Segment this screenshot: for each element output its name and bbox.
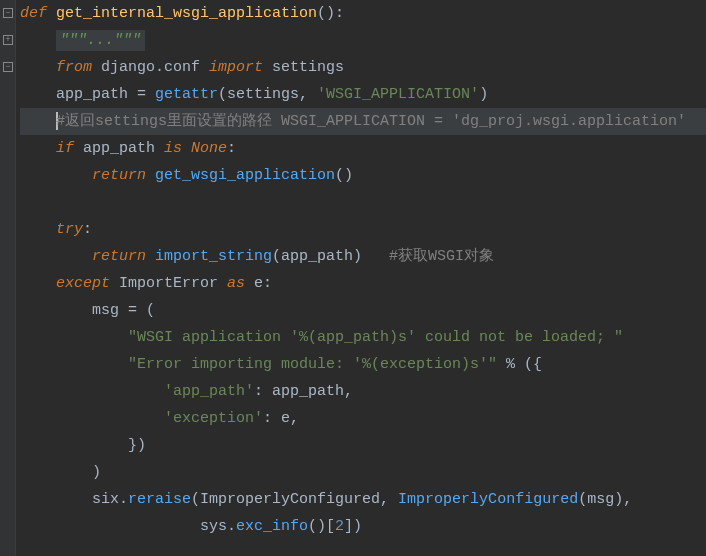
bracket: ()[ <box>308 518 335 535</box>
keyword-if: if <box>56 140 74 157</box>
close: ]) <box>344 518 362 535</box>
variable: msg <box>92 302 128 319</box>
code-line[interactable]: return import_string(app_path) #获取WSGI对象 <box>20 243 706 270</box>
string-literal: 'WSGI_APPLICATION' <box>317 86 479 103</box>
keyword-except: except <box>56 275 110 292</box>
indent <box>20 383 164 400</box>
indent <box>20 518 200 535</box>
colon: : <box>254 383 272 400</box>
code-line[interactable]: sys.exc_info()[2]) <box>20 513 706 540</box>
open-paren: ( <box>578 491 587 508</box>
args: (app_path) <box>272 248 389 265</box>
close-braces: }) <box>128 437 146 454</box>
keyword-return: return <box>92 248 146 265</box>
variable: app_path <box>56 86 137 103</box>
indent <box>20 221 56 238</box>
sys-module: sys. <box>200 518 236 535</box>
dict-key: 'app_path' <box>164 383 254 400</box>
call-reraise: reraise <box>128 491 191 508</box>
indent <box>20 275 56 292</box>
docstring: """...""" <box>56 30 145 51</box>
indent <box>20 167 92 184</box>
code-line[interactable]: msg = ( <box>20 297 706 324</box>
indent <box>20 32 56 49</box>
colon: : <box>263 275 272 292</box>
code-editor[interactable]: def get_internal_wsgi_application(): """… <box>16 0 706 540</box>
indent <box>20 302 92 319</box>
comment: #返回settings里面设置的路径 WSGI_APPLICATION = 'd… <box>56 113 686 130</box>
indent <box>20 86 56 103</box>
code-line[interactable]: """...""" <box>20 27 706 54</box>
open-dict: ({ <box>524 356 542 373</box>
keyword-try: try <box>56 221 83 238</box>
parens: () <box>317 5 335 22</box>
gutter: − + − <box>0 0 16 556</box>
keyword-from: from <box>56 59 92 76</box>
call-getattr: getattr <box>146 86 218 103</box>
exception-var: e <box>245 275 263 292</box>
indent <box>20 464 92 481</box>
code-line[interactable]: 'exception': e, <box>20 405 706 432</box>
colon: : <box>263 410 281 427</box>
parens: () <box>335 167 353 184</box>
code-line[interactable]: ) <box>20 459 706 486</box>
call-get-wsgi: get_wsgi_application <box>146 167 335 184</box>
dict-value: e, <box>281 410 299 427</box>
open-paren: ( <box>137 302 155 319</box>
indent <box>20 59 56 76</box>
call-exc-info: exc_info <box>236 518 308 535</box>
module-path: django.conf <box>92 59 209 76</box>
code-line[interactable]: if app_path is None: <box>20 135 706 162</box>
close-paren: ) <box>479 86 488 103</box>
code-line[interactable]: return get_wsgi_application() <box>20 162 706 189</box>
code-line[interactable]: "Error importing module: '%(exception)s'… <box>20 351 706 378</box>
arg: msg <box>587 491 614 508</box>
operator-eq: = <box>128 302 137 319</box>
import-name: settings <box>263 59 344 76</box>
code-line[interactable]: 'app_path': app_path, <box>20 378 706 405</box>
comment: #获取WSGI对象 <box>389 248 494 265</box>
code-line[interactable]: }) <box>20 432 706 459</box>
indent <box>20 329 128 346</box>
code-line[interactable]: "WSGI application '%(app_path)s' could n… <box>20 324 706 351</box>
arg: ImproperlyConfigured, <box>200 491 398 508</box>
string-literal: "Error importing module: '%(exception)s'… <box>128 356 497 373</box>
operator-eq: = <box>137 86 146 103</box>
call-import-string: import_string <box>146 248 272 265</box>
close: ), <box>614 491 632 508</box>
operator-pct: % <box>497 356 524 373</box>
dict-key: 'exception' <box>164 410 263 427</box>
colon: : <box>83 221 92 238</box>
keyword-return: return <box>92 167 146 184</box>
args: (settings, <box>218 86 317 103</box>
string-literal: "WSGI application '%(app_path)s' could n… <box>128 329 623 346</box>
indent <box>20 140 56 157</box>
open-paren: ( <box>191 491 200 508</box>
six-module: six. <box>92 491 128 508</box>
code-line[interactable]: def get_internal_wsgi_application(): <box>20 0 706 27</box>
keyword-import: import <box>209 59 263 76</box>
keyword-none: None <box>182 140 227 157</box>
indent <box>20 113 56 130</box>
function-name: get_internal_wsgi_application <box>47 5 317 22</box>
code-line-blank[interactable] <box>20 189 706 216</box>
colon: : <box>227 140 236 157</box>
exception-class: ImportError <box>110 275 227 292</box>
fold-marker[interactable]: − <box>3 62 13 72</box>
fold-marker[interactable]: − <box>3 8 13 18</box>
close-paren: ) <box>92 464 101 481</box>
code-line[interactable]: try: <box>20 216 706 243</box>
code-line-highlighted[interactable]: #返回settings里面设置的路径 WSGI_APPLICATION = 'd… <box>20 108 706 135</box>
code-line[interactable]: six.reraise(ImproperlyConfigured, Improp… <box>20 486 706 513</box>
code-line[interactable]: except ImportError as e: <box>20 270 706 297</box>
colon: : <box>335 5 344 22</box>
indent <box>20 410 164 427</box>
code-line[interactable]: from django.conf import settings <box>20 54 706 81</box>
number: 2 <box>335 518 344 535</box>
dict-value: app_path, <box>272 383 353 400</box>
call-improperly: ImproperlyConfigured <box>398 491 578 508</box>
fold-marker[interactable]: + <box>3 35 13 45</box>
expr: app_path <box>74 140 164 157</box>
code-line[interactable]: app_path = getattr(settings, 'WSGI_APPLI… <box>20 81 706 108</box>
indent <box>20 437 128 454</box>
